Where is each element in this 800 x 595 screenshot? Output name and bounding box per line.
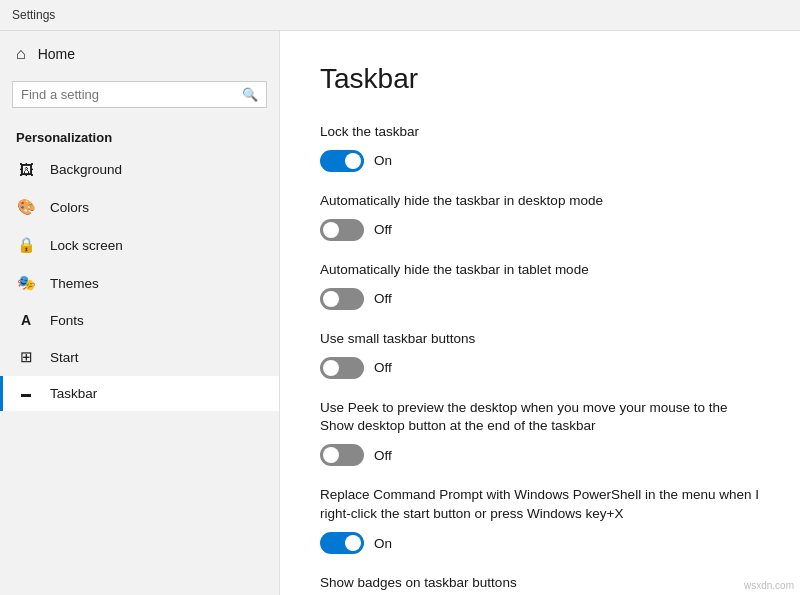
setting-label: Use Peek to preview the desktop when you… <box>320 399 760 437</box>
toggle-row: On <box>320 532 760 554</box>
sidebar-item-taskbar[interactable]: ▬ Taskbar <box>0 376 279 411</box>
setting-label: Automatically hide the taskbar in tablet… <box>320 261 760 280</box>
sidebar-home-label: Home <box>38 46 75 62</box>
setting-label: Automatically hide the taskbar in deskto… <box>320 192 760 211</box>
sidebar-item-label: Start <box>50 350 79 365</box>
sidebar-item-home[interactable]: ⌂ Home <box>0 31 279 77</box>
title-bar-label: Settings <box>12 8 55 22</box>
sidebar-item-fonts[interactable]: A Fonts <box>0 302 279 338</box>
toggle-row: Off <box>320 288 760 310</box>
setting-label: Use small taskbar buttons <box>320 330 760 349</box>
setting-peek: Use Peek to preview the desktop when you… <box>320 399 760 467</box>
toggle-knob <box>345 535 361 551</box>
sidebar: ⌂ Home 🔍 Personalization 🖼 Background 🎨 … <box>0 31 280 595</box>
themes-icon: 🎭 <box>16 274 36 292</box>
setting-label: Lock the taskbar <box>320 123 760 142</box>
toggle-auto-hide-desktop[interactable] <box>320 219 364 241</box>
home-icon: ⌂ <box>16 45 26 63</box>
toggle-row: Off <box>320 219 760 241</box>
sidebar-item-start[interactable]: ⊞ Start <box>0 338 279 376</box>
content-area: ⌂ Home 🔍 Personalization 🖼 Background 🎨 … <box>0 31 800 595</box>
toggle-row: Off <box>320 357 760 379</box>
title-bar: Settings <box>0 0 800 31</box>
search-icon: 🔍 <box>242 87 258 102</box>
toggle-lock-taskbar[interactable] <box>320 150 364 172</box>
setting-label: Replace Command Prompt with Windows Powe… <box>320 486 760 524</box>
toggle-row: On <box>320 150 760 172</box>
toggle-knob <box>323 360 339 376</box>
setting-small-buttons: Use small taskbar buttons Off <box>320 330 760 379</box>
setting-label: Show badges on taskbar buttons <box>320 574 760 593</box>
toggle-knob <box>345 153 361 169</box>
setting-powershell: Replace Command Prompt with Windows Powe… <box>320 486 760 554</box>
start-icon: ⊞ <box>16 348 36 366</box>
toggle-row: Off <box>320 444 760 466</box>
sidebar-item-label: Colors <box>50 200 89 215</box>
sidebar-item-label: Taskbar <box>50 386 97 401</box>
sidebar-item-background[interactable]: 🖼 Background <box>0 151 279 188</box>
setting-auto-hide-tablet: Automatically hide the taskbar in tablet… <box>320 261 760 310</box>
search-input[interactable] <box>21 87 242 102</box>
toggle-small-buttons[interactable] <box>320 357 364 379</box>
sidebar-item-label: Background <box>50 162 122 177</box>
watermark: wsxdn.com <box>744 580 794 591</box>
toggle-knob <box>323 447 339 463</box>
page-title: Taskbar <box>320 63 760 95</box>
sidebar-item-label: Lock screen <box>50 238 123 253</box>
setting-badges: Show badges on taskbar buttons On <box>320 574 760 595</box>
sidebar-item-themes[interactable]: 🎭 Themes <box>0 264 279 302</box>
sidebar-item-lock-screen[interactable]: 🔒 Lock screen <box>0 226 279 264</box>
toggle-powershell[interactable] <box>320 532 364 554</box>
colors-icon: 🎨 <box>16 198 36 216</box>
fonts-icon: A <box>16 312 36 328</box>
search-box[interactable]: 🔍 <box>12 81 267 108</box>
toggle-knob <box>323 291 339 307</box>
toggle-knob <box>323 222 339 238</box>
setting-auto-hide-desktop: Automatically hide the taskbar in deskto… <box>320 192 760 241</box>
toggle-peek[interactable] <box>320 444 364 466</box>
toggle-state: Off <box>374 222 392 237</box>
setting-lock-taskbar: Lock the taskbar On <box>320 123 760 172</box>
sidebar-item-label: Fonts <box>50 313 84 328</box>
toggle-state: On <box>374 153 392 168</box>
toggle-state: On <box>374 536 392 551</box>
toggle-state: Off <box>374 360 392 375</box>
lock-screen-icon: 🔒 <box>16 236 36 254</box>
main-content: Taskbar Lock the taskbar On Automaticall… <box>280 31 800 595</box>
toggle-state: Off <box>374 291 392 306</box>
sidebar-item-colors[interactable]: 🎨 Colors <box>0 188 279 226</box>
toggle-auto-hide-tablet[interactable] <box>320 288 364 310</box>
sidebar-item-label: Themes <box>50 276 99 291</box>
sidebar-section-title: Personalization <box>0 120 279 151</box>
toggle-state: Off <box>374 448 392 463</box>
taskbar-icon: ▬ <box>16 388 36 399</box>
background-icon: 🖼 <box>16 161 36 178</box>
